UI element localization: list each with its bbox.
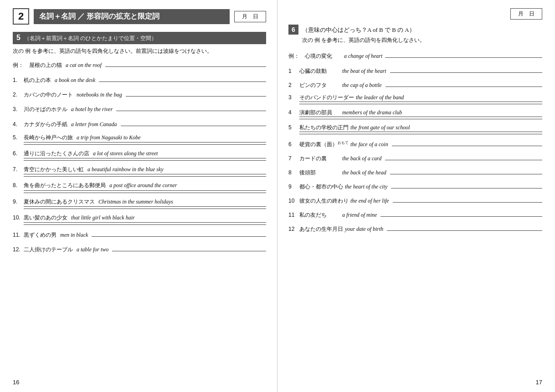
left-item-8: 8. 角を曲がったところにある郵便局 a post office around … (13, 181, 266, 193)
r-item-english: your date of birth (345, 226, 383, 233)
r-answer-row (288, 132, 542, 134)
r-item-english: the cap of a bottle (342, 82, 382, 89)
answer-line-2 (24, 209, 266, 209)
section5-title: （名詞＋前置詞＋名詞 のひとかたまりで位置・空間） (24, 35, 157, 42)
answer-line (121, 119, 266, 126)
r-exercise-row: 3 そのバンドのリーダー the leader of the band (288, 94, 542, 102)
exercise-answer-row (13, 158, 266, 161)
exercise-answer-row (13, 190, 266, 193)
item-english: Christmas in the summer holidays (98, 198, 173, 206)
exercise-row: 4. カナダからの手紙 a letter from Canada (13, 119, 266, 129)
r-item-japanese: 演劇部の部員 (299, 109, 340, 117)
double-answer-lines (24, 174, 266, 177)
item-num: 11. (13, 231, 24, 239)
r-item-num: 12 (288, 226, 298, 232)
item-num: 2. (13, 91, 24, 99)
exercise-answer-row (13, 174, 266, 177)
example-answer-line (105, 60, 266, 67)
section6-instruction: 次の 例 を参考に、英語の語句を四角化しなさい。 (302, 36, 542, 44)
r-example-en: a change of heart (344, 53, 382, 60)
r-answer-line (385, 153, 542, 160)
exercise-row: 8. 角を曲がったところにある郵便局 a post office around … (13, 181, 266, 190)
double-answer-lines (24, 142, 266, 145)
right-item-3: 3 そのバンドのリーダー the leader of the band (288, 94, 542, 104)
item-num: 8. (13, 181, 24, 190)
r-item-japanese: そのバンドのリーダー (299, 94, 354, 102)
r-item-english: the face of a coin (350, 141, 388, 148)
left-item-11: 11. 黒ずくめの男 men in black (13, 229, 266, 239)
r-example-jp: 心境の変化 (305, 52, 341, 60)
double-answer-lines (24, 222, 266, 225)
r-exercise-row: 2 ビンのフタ the cap of a bottle (288, 80, 542, 89)
r-item-english: the front gate of our school (350, 124, 410, 131)
exercise-row: 11. 黒ずくめの男 men in black (13, 229, 266, 239)
furigana: おもて (338, 141, 349, 145)
r-double-lines (299, 102, 542, 104)
answer-line-1 (24, 174, 266, 174)
r-item-japanese: カードの裏 (299, 155, 340, 163)
exercise-row: 9. 夏休みの間にあるクリスマス Christmas in the summer… (13, 198, 266, 206)
right-page: 月 日 6 （意味の中心はどっち？A of B で B の A） 次の 例 を参… (278, 0, 555, 392)
r-exercise-row: 8 後頭部 the back of the head (288, 167, 542, 177)
r-item-num: 11 (288, 212, 298, 218)
right-page-num: 17 (536, 379, 542, 386)
double-answer-lines (24, 158, 266, 161)
exercise-answer-row (13, 142, 266, 145)
page: 2 名詞＋名詞 ／ 形容詞の拡充と限定詞 月 日 5 （名詞＋前置詞＋名詞 のひ… (0, 0, 555, 392)
answer-line (116, 104, 266, 111)
chapter-number: 2 (13, 8, 29, 25)
item-japanese: 川のそばのホテル (24, 105, 67, 114)
item-english: a trip from Nagasaki to Kobe (77, 133, 141, 142)
r-item-japanese: 私たちの学校の正門 (299, 124, 349, 132)
left-item-7: 7. 青空にかかった美しい虹 a beautiful rainbow in th… (13, 165, 266, 177)
r-exercise-row: 9 都心・都市の中心 the heart of the city (288, 181, 542, 191)
item-english: a hotel by the river (71, 105, 113, 114)
r-answer-row (288, 102, 542, 104)
item-num: 3. (13, 105, 24, 114)
r-item-japanese: 心臓の鼓動 (299, 67, 340, 75)
r-item-english: the heart of the city (345, 183, 387, 190)
left-page-num: 16 (13, 379, 19, 386)
exercise-row: 5. 長崎から神戸への旅 a trip from Nagasaki to Kob… (13, 133, 266, 142)
r-item-japanese: あなたの生年月日 (299, 225, 343, 233)
r-answer-line (391, 181, 542, 188)
r-exercise-row: 12 あなたの生年月日 your date of birth (288, 224, 542, 233)
double-answer-lines (24, 206, 266, 209)
answer-line-1 (24, 222, 266, 223)
right-date-box: 月 日 (510, 8, 542, 20)
left-item-3: 3. 川のそばのホテル a hotel by the river (13, 104, 266, 114)
section5-header: 5 （名詞＋前置詞＋名詞 のひとかたまりで位置・空間） (13, 32, 266, 44)
answer-line-2 (24, 176, 266, 177)
item-english: a table for two (77, 245, 108, 254)
answer-line-1 (24, 206, 266, 207)
answer-line-2 (24, 193, 266, 193)
r-answer-line-1 (299, 117, 542, 117)
answer-line (126, 89, 266, 97)
item-num: 6. (13, 149, 24, 158)
item-num: 1. (13, 76, 24, 85)
item-japanese: 机の上の本 (24, 76, 51, 85)
section5-items: 1. 机の上の本 a book on the desk 2. カバンの中のノート… (13, 75, 266, 254)
item-english: a post office around the corner (109, 181, 177, 190)
chapter-title: 名詞＋名詞 ／ 形容詞の拡充と限定詞 (34, 9, 230, 24)
exercise-row: 3. 川のそばのホテル a hotel by the river (13, 104, 266, 114)
r-item-num: 4 (288, 109, 298, 116)
r-answer-line-2 (299, 134, 542, 134)
answer-line-1 (24, 158, 266, 158)
right-item-8: 8 後頭部 the back of the head (288, 167, 542, 177)
item-english: that little girl with black hair (71, 214, 135, 222)
section5-instruction: 次の 例 を参考に、英語の語句を四角化しなさい。前置詞には波線をつけなさい。 (13, 47, 266, 55)
right-item-12: 12 あなたの生年月日 your date of birth (288, 224, 542, 233)
section6-header: 6 （意味の中心はどっち？A of B で B の A） (288, 25, 542, 35)
item-num: 10. (13, 214, 24, 222)
answer-line-2 (24, 160, 266, 161)
section6-num: 6 (288, 25, 298, 35)
r-exercise-row: 10 彼女の人生の終わり the end of her life (288, 195, 542, 205)
r-answer-line (392, 139, 542, 146)
r-item-num: 5 (288, 124, 298, 131)
left-item-4: 4. カナダからの手紙 a letter from Canada (13, 119, 266, 129)
exercise-answer-row (13, 222, 266, 225)
r-item-japanese: 私の友だち (299, 211, 340, 219)
item-english: men in black (60, 231, 88, 239)
r-item-english: the beat of the heart (342, 68, 386, 75)
